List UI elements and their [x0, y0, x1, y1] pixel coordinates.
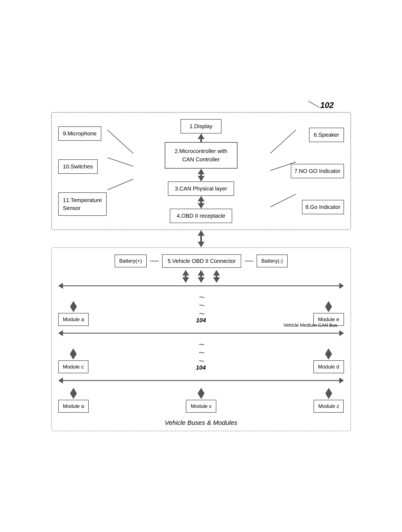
module-a-box: Module a	[58, 313, 89, 326]
speaker-box: 6.Speaker	[309, 128, 344, 142]
left-components: 9.Microphone 10.Switches 11.TemperatureS…	[58, 119, 114, 223]
microphone-box: 9.Microphone	[58, 127, 101, 141]
battery-neg-box: Battery(-)	[257, 254, 287, 267]
module-z-box: Module z	[314, 400, 344, 413]
right-components: 6.Speaker 7.NO GO Indicator 8.Go Indicat…	[288, 119, 344, 223]
go-indicator-box: 8.Go Indicator	[302, 200, 344, 214]
switches-box: 10.Switches	[58, 159, 98, 174]
module-x-box: Module x	[186, 400, 216, 413]
module-a2-box: Module a	[58, 400, 89, 413]
display-box: 1.Display	[181, 119, 221, 133]
obd-receptacle-box: 4.OBD II receptacle	[170, 209, 232, 223]
device-outer-box: 9.Microphone 10.Switches 11.TemperatureS…	[51, 112, 351, 230]
obd-connector-box: 5.Vehicle OBD II Connector	[162, 254, 241, 268]
can-physical-box: 3.CAN Physical layer	[168, 182, 234, 196]
no-go-indicator-box: 7.NO GO Indicator	[291, 164, 344, 178]
center-components: 1.Display 2.Microcontroller withCAN Cont…	[116, 119, 286, 223]
vehicle-buses-label: Vehicle Buses & Modules	[58, 417, 344, 426]
module-d-box: Module d	[313, 360, 344, 373]
temperature-sensor-box: 11.TemperatureSensor	[58, 192, 107, 216]
battery-pos-box: Battery(+)	[115, 254, 147, 267]
wavy-connector-2: ~~~	[199, 341, 203, 365]
ref-104-label-2: 104	[196, 364, 206, 371]
ref-label-102: 102	[320, 101, 334, 110]
wavy-connector-1: ~~~	[199, 293, 203, 318]
microcontroller-box: 2.Microcontroller withCAN Controller	[165, 142, 238, 169]
can-bus-label: Vehicle Medium CAN Bus	[283, 323, 338, 328]
module-c-box: Module c	[58, 360, 88, 373]
vehicle-outer-box: Battery(+) 5.Vehicle OBD II Connector Ba…	[51, 247, 351, 431]
